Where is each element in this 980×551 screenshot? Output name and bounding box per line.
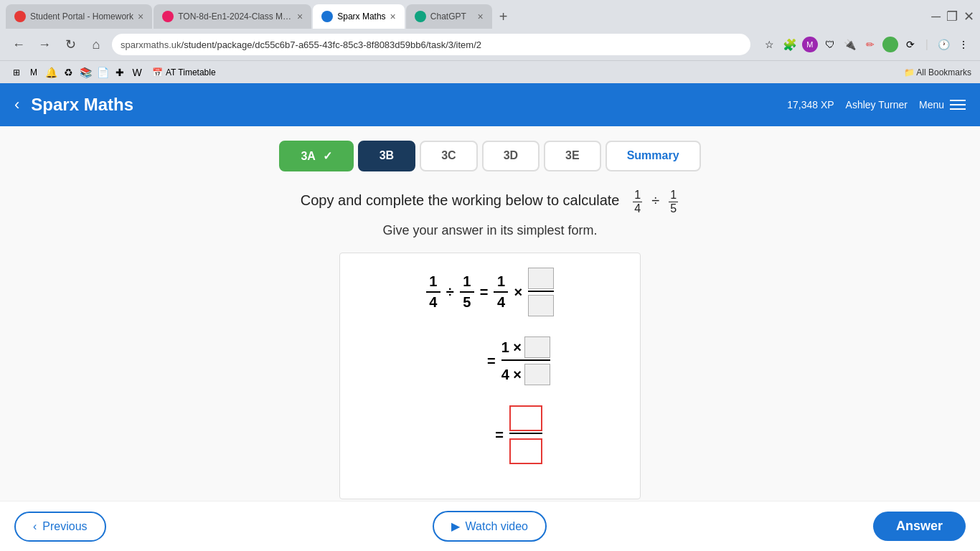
cross-icon[interactable]: ✚ bbox=[112, 65, 128, 80]
math-line-3: = bbox=[412, 405, 626, 464]
frac-1-5-num: 1 bbox=[460, 273, 474, 293]
bookmark-icon[interactable]: ☆ bbox=[762, 37, 778, 52]
four-x-label: 4 × bbox=[501, 367, 522, 383]
bookmark-timetable[interactable]: 📅 AT Timetable bbox=[146, 66, 222, 79]
tab-bar: Student Portal - Homework × TON-8d-En1-2… bbox=[0, 0, 980, 29]
all-bookmarks[interactable]: 📁 All Bookmarks bbox=[904, 67, 971, 77]
app-header: ‹ Sparx Maths 17,348 XP Ashley Turner Me… bbox=[0, 83, 980, 126]
tab-chatgpt[interactable]: ChatGPT × bbox=[406, 4, 492, 29]
recur-icon[interactable]: ♻ bbox=[60, 65, 76, 80]
tab-student-portal[interactable]: Student Portal - Homework × bbox=[6, 4, 152, 29]
w-icon[interactable]: W bbox=[129, 65, 145, 80]
minimize-button[interactable]: ─ bbox=[931, 9, 941, 24]
profile-icon[interactable]: M bbox=[802, 37, 818, 52]
input-box-4[interactable] bbox=[524, 364, 550, 385]
one-x-label: 1 × bbox=[501, 339, 522, 356]
tab-close-chatgpt[interactable]: × bbox=[478, 11, 484, 22]
tab-label-student: Student Portal - Homework bbox=[30, 11, 133, 22]
frac-1x-top: 1 × bbox=[501, 336, 550, 361]
tab-close-ton[interactable]: × bbox=[297, 11, 303, 22]
frac1-num: 1 bbox=[633, 189, 642, 202]
notif-icon[interactable]: 🔔 bbox=[43, 65, 59, 80]
tab-3d[interactable]: 3D bbox=[482, 141, 540, 171]
fraction-1-4: 1 4 bbox=[426, 273, 440, 311]
tab-3b[interactable]: 3B bbox=[358, 141, 415, 171]
restore-button[interactable]: ❐ bbox=[946, 9, 958, 24]
circle-icon[interactable] bbox=[882, 37, 898, 52]
home-button[interactable]: ⌂ bbox=[86, 34, 106, 55]
fraction-box-1 bbox=[528, 268, 554, 316]
tab-3c[interactable]: 3C bbox=[420, 141, 477, 171]
fraction-2: 1 5 bbox=[669, 189, 678, 215]
check-icon-3a: ✓ bbox=[323, 150, 332, 162]
question-text: Copy and complete the working below to c… bbox=[14, 189, 966, 215]
watch-video-button[interactable]: ▶ Watch video bbox=[433, 511, 547, 542]
input-box-1[interactable] bbox=[528, 268, 554, 289]
frac-box-top bbox=[528, 268, 554, 292]
menu-button[interactable]: Menu bbox=[919, 99, 966, 110]
equals-1: = bbox=[480, 284, 489, 301]
close-button[interactable]: ✕ bbox=[963, 9, 974, 24]
frac-box-bottom bbox=[528, 292, 554, 316]
frac1-den: 4 bbox=[633, 202, 642, 215]
simplest-form-text: Give your answer in its simplest form. bbox=[14, 223, 966, 238]
frac-1-den: 4 bbox=[426, 293, 440, 311]
fraction-1x-box: 1 × 4 × bbox=[501, 336, 550, 385]
watch-video-label: Watch video bbox=[466, 520, 528, 533]
tab-summary[interactable]: Summary bbox=[606, 141, 701, 171]
xp-display: 17,348 XP bbox=[787, 99, 834, 110]
extensions-icon[interactable]: 🧩 bbox=[782, 37, 798, 52]
forward-button[interactable]: → bbox=[34, 34, 55, 55]
shield-icon[interactable]: 🛡 bbox=[822, 37, 838, 52]
book-icon[interactable]: 📚 bbox=[77, 65, 93, 80]
tab-3e[interactable]: 3E bbox=[544, 141, 601, 171]
math-working-area: 1 4 ÷ 1 5 = 1 4 × bbox=[339, 253, 641, 499]
input-box-2[interactable] bbox=[528, 295, 554, 316]
frac-1-4b-num: 1 bbox=[494, 273, 508, 293]
frac-4x-bottom: 4 × bbox=[501, 361, 550, 385]
frac-red-bottom bbox=[509, 434, 542, 464]
back-button[interactable]: ← bbox=[9, 34, 29, 55]
tab-label-ton: TON-8d-En1-2024-Class Ms M... bbox=[178, 11, 293, 22]
menu-dots-icon[interactable]: ⋮ bbox=[956, 37, 971, 52]
address-field[interactable]: sparxmaths.uk/student/package/dc55c6b7-a… bbox=[112, 34, 750, 55]
instruction-text: Copy and complete the working below to c… bbox=[301, 192, 620, 208]
tab-close-student[interactable]: × bbox=[138, 11, 143, 22]
tab-close-sparx[interactable]: × bbox=[390, 11, 396, 22]
tab-sparx[interactable]: Sparx Maths × bbox=[313, 4, 405, 29]
menu-label: Menu bbox=[919, 99, 944, 110]
history-icon[interactable]: 🕐 bbox=[936, 37, 951, 52]
apps-icon[interactable]: ⊞ bbox=[9, 65, 24, 80]
tab-icon-student bbox=[14, 11, 26, 22]
gmail-icon[interactable]: M bbox=[26, 65, 42, 80]
input-box-red-2[interactable] bbox=[509, 438, 542, 464]
equals-2: = bbox=[487, 353, 496, 369]
address-bar: ← → ↻ ⌂ sparxmaths.uk/student/package/dc… bbox=[0, 29, 980, 60]
tab-icon-ton bbox=[162, 11, 174, 22]
app-title: Sparx Maths bbox=[31, 95, 787, 115]
browser-chrome: Student Portal - Homework × TON-8d-En1-2… bbox=[0, 0, 980, 83]
new-tab-button[interactable]: + bbox=[494, 6, 514, 28]
tab-ton[interactable]: TON-8d-En1-2024-Class Ms M... × bbox=[154, 4, 311, 29]
fraction-1-4-b: 1 4 bbox=[494, 273, 508, 311]
tab-3c-label: 3C bbox=[441, 149, 456, 161]
extension2-icon[interactable]: 🔌 bbox=[842, 37, 858, 52]
user-name: Ashley Turner bbox=[846, 99, 908, 110]
tab-3e-label: 3E bbox=[565, 149, 580, 161]
address-text: sparxmaths.uk/student/package/dc55c6b7-a… bbox=[121, 39, 481, 50]
fraction-red-boxes bbox=[509, 405, 542, 464]
answer-label: Answer bbox=[896, 519, 943, 533]
doc-icon[interactable]: 📄 bbox=[95, 65, 110, 80]
answer-button[interactable]: Answer bbox=[873, 512, 966, 541]
app-back-button[interactable]: ‹ bbox=[14, 95, 19, 114]
fraction-1-5: 1 5 bbox=[460, 273, 474, 311]
times-op-1: × bbox=[514, 284, 522, 301]
reload-button[interactable]: ↻ bbox=[60, 34, 80, 55]
sync-icon[interactable]: ⟳ bbox=[903, 37, 918, 52]
input-box-3[interactable] bbox=[524, 336, 550, 358]
tab-icon-sparx bbox=[321, 11, 333, 22]
previous-button[interactable]: ‹ Previous bbox=[14, 512, 106, 542]
input-box-red-1[interactable] bbox=[509, 405, 542, 431]
tab-3a[interactable]: 3A ✓ bbox=[279, 141, 353, 171]
pencil-icon[interactable]: ✏ bbox=[862, 37, 878, 52]
